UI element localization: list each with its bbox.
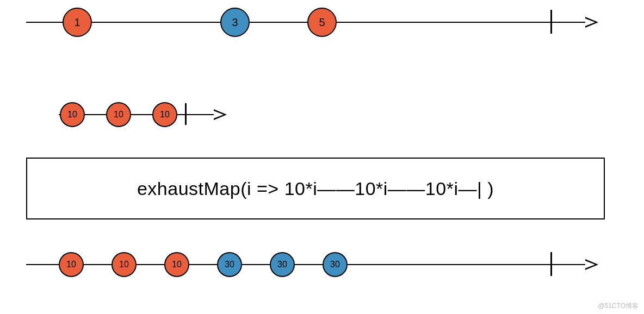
source-complete-tick: [550, 10, 552, 34]
source-timeline: [26, 22, 585, 23]
marble-label: 10: [160, 110, 170, 120]
output-timeline: [26, 264, 585, 265]
marble-label: 10: [114, 110, 123, 120]
marble-label: 30: [330, 260, 340, 269]
marble-label: 10: [67, 110, 77, 120]
output-marble-1: 10: [59, 252, 84, 277]
inner-arrowhead: [214, 109, 227, 120]
marble-label: 5: [319, 16, 325, 29]
inner-marble-1: 10: [60, 102, 85, 127]
output-complete-tick: [550, 252, 552, 276]
output-marble-3: 10: [164, 252, 189, 277]
marble-label: 1: [74, 16, 80, 29]
operator-text: exhaustMap(i => 10*i——10*i——10*i—| ): [137, 178, 494, 199]
source-marble-5: 5: [307, 8, 337, 37]
source-marble-1: 1: [63, 8, 92, 37]
marble-label: 30: [225, 260, 234, 269]
marble-label: 10: [172, 260, 182, 269]
inner-complete-tick: [185, 103, 187, 125]
marble-label: 3: [232, 16, 238, 29]
marble-label: 30: [277, 260, 287, 269]
watermark: @51CTO博客: [598, 302, 639, 311]
output-marble-2: 10: [112, 252, 137, 277]
source-marble-3: 3: [220, 8, 250, 37]
output-marble-5: 30: [270, 252, 295, 277]
marble-label: 10: [119, 260, 129, 269]
output-arrowhead: [585, 259, 598, 270]
output-marble-6: 30: [323, 252, 348, 277]
marble-label: 10: [66, 260, 76, 269]
source-arrowhead: [585, 17, 598, 28]
output-marble-4: 30: [217, 252, 242, 277]
inner-marble-3: 10: [152, 102, 177, 127]
operator-box: exhaustMap(i => 10*i——10*i——10*i—| ): [26, 158, 605, 219]
inner-marble-2: 10: [106, 102, 131, 127]
